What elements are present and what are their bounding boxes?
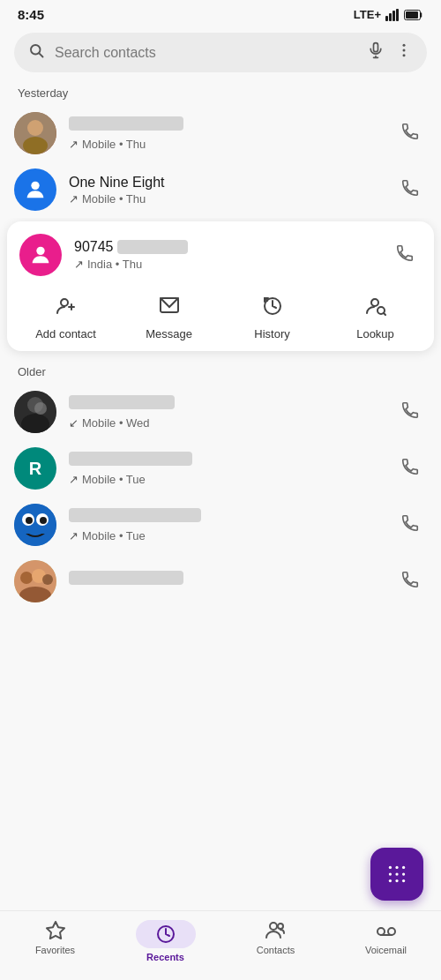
svg-point-11 xyxy=(403,44,406,47)
search-icon xyxy=(28,42,44,63)
search-bar[interactable]: Search contacts xyxy=(14,33,427,72)
lookup-button[interactable]: Lookup xyxy=(340,295,411,340)
svg-point-56 xyxy=(278,924,283,929)
contacts-icon xyxy=(265,920,287,941)
nav-favorites-label: Favorites xyxy=(35,945,75,955)
svg-point-49 xyxy=(402,872,405,875)
call-item-6[interactable]: ↗ Mobile • Tue xyxy=(0,497,441,553)
dialpad-fab[interactable] xyxy=(370,848,423,901)
nav-voicemail-label: Voicemail xyxy=(365,945,407,955)
call-info-3: 90745 ↗ India • Thu xyxy=(74,239,376,271)
call-item-5[interactable]: R ↗ Mobile • Tue xyxy=(0,440,441,497)
svg-point-40 xyxy=(20,572,33,584)
outgoing-arrow-5: ↗ xyxy=(69,473,78,486)
svg-point-33 xyxy=(14,504,56,546)
nav-recents[interactable]: Recents xyxy=(131,920,201,962)
call-detail-6: Mobile • Tue xyxy=(82,529,146,542)
svg-point-37 xyxy=(40,517,47,524)
lookup-icon xyxy=(365,295,386,322)
incoming-arrow-4: ↙ xyxy=(69,416,78,430)
action-menu: Add contact Message History xyxy=(7,285,434,348)
svg-point-13 xyxy=(403,54,406,56)
call-detail-1: Mobile • Thu xyxy=(82,138,146,151)
recents-icon xyxy=(155,924,176,945)
message-button[interactable]: Message xyxy=(134,295,205,340)
call-info-1: ↗ Mobile • Thu xyxy=(69,116,381,151)
call-detail-2: Mobile • Thu xyxy=(82,192,146,206)
add-contact-button[interactable]: Add contact xyxy=(31,295,101,340)
svg-point-42 xyxy=(42,574,53,585)
nav-recents-label: Recents xyxy=(146,952,184,962)
svg-point-45 xyxy=(395,866,398,869)
outgoing-arrow-3: ↗ xyxy=(74,258,84,271)
add-contact-label: Add contact xyxy=(35,327,96,340)
svg-point-12 xyxy=(403,49,406,52)
status-icons: LTE+ xyxy=(354,8,423,21)
call-info-6: ↗ Mobile • Tue xyxy=(69,508,381,542)
call-button-1[interactable] xyxy=(393,115,427,153)
svg-point-16 xyxy=(23,137,48,154)
svg-point-57 xyxy=(377,928,385,935)
call-item-7[interactable] xyxy=(0,553,441,610)
message-icon xyxy=(159,295,180,322)
search-placeholder[interactable]: Search contacts xyxy=(55,45,356,61)
call-item-2[interactable]: One Nine Eight ↗ Mobile • Thu xyxy=(0,161,441,218)
star-icon xyxy=(45,920,66,941)
avatar-4 xyxy=(14,391,56,433)
nav-contacts-label: Contacts xyxy=(257,945,295,955)
add-contact-icon xyxy=(56,295,77,322)
call-item-1[interactable]: ↗ Mobile • Thu xyxy=(0,105,441,161)
outgoing-arrow-1: ↗ xyxy=(69,138,78,151)
svg-point-50 xyxy=(389,879,392,882)
call-button-6[interactable] xyxy=(393,506,427,544)
svg-rect-3 xyxy=(396,9,399,21)
svg-point-52 xyxy=(402,879,405,882)
svg-point-46 xyxy=(402,866,405,869)
more-options-icon[interactable] xyxy=(395,41,413,64)
svg-point-58 xyxy=(388,928,395,935)
svg-rect-5 xyxy=(406,11,418,19)
call-item-3[interactable]: 90745 ↗ India • Thu xyxy=(7,225,434,285)
battery-icon xyxy=(404,10,423,20)
mic-icon[interactable] xyxy=(367,41,385,64)
signal-icon xyxy=(385,9,400,21)
svg-line-7 xyxy=(39,53,42,56)
lte-icon: LTE+ xyxy=(354,8,381,21)
call-button-4[interactable] xyxy=(393,393,427,431)
outgoing-arrow-6: ↗ xyxy=(69,529,78,542)
history-button[interactable]: History xyxy=(237,295,308,340)
selected-call-wrapper: 90745 ↗ India • Thu Add con xyxy=(7,221,434,351)
svg-marker-53 xyxy=(47,922,64,939)
contact-name-2: One Nine Eight xyxy=(69,175,381,191)
call-item-4[interactable]: ↙ Mobile • Wed xyxy=(0,384,441,440)
yesterday-label: Yesterday xyxy=(0,83,441,105)
call-button-3[interactable] xyxy=(388,236,422,274)
avatar-2 xyxy=(14,168,56,211)
nav-favorites[interactable]: Favorites xyxy=(20,920,91,962)
nav-voicemail[interactable]: Voicemail xyxy=(351,920,422,962)
call-info-7 xyxy=(69,571,381,592)
svg-point-47 xyxy=(389,872,392,875)
svg-rect-8 xyxy=(374,43,378,52)
svg-point-18 xyxy=(36,247,44,255)
contact-number-3: 90745 xyxy=(74,239,376,256)
svg-rect-1 xyxy=(389,13,392,21)
svg-point-55 xyxy=(270,923,277,930)
svg-point-32 xyxy=(34,402,47,415)
call-button-5[interactable] xyxy=(393,450,427,488)
older-label: Older xyxy=(0,362,441,384)
lookup-label: Lookup xyxy=(356,327,394,340)
call-info-2: One Nine Eight ↗ Mobile • Thu xyxy=(69,175,381,206)
svg-rect-38 xyxy=(23,530,48,534)
svg-line-28 xyxy=(383,313,385,315)
avatar-6 xyxy=(14,504,56,546)
call-detail-3: India • Thu xyxy=(87,258,142,271)
avatar-7 xyxy=(14,560,56,602)
nav-contacts[interactable]: Contacts xyxy=(241,920,311,962)
svg-point-19 xyxy=(61,299,68,306)
svg-point-44 xyxy=(389,866,392,869)
call-button-2[interactable] xyxy=(393,171,427,209)
voicemail-icon xyxy=(376,920,397,941)
svg-point-26 xyxy=(371,299,378,306)
call-button-7[interactable] xyxy=(393,563,427,601)
